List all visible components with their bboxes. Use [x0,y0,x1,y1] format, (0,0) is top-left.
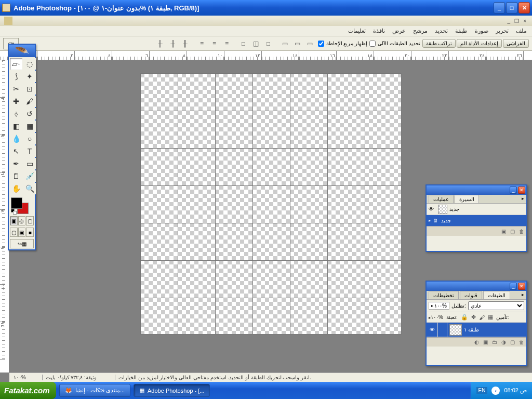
trash-icon[interactable]: 🗑 [519,339,524,345]
close-button[interactable]: ✕ [518,2,530,14]
trash-icon[interactable]: 🗑 [519,229,524,234]
lock-trans-icon[interactable]: ▦ [488,314,493,321]
menu-file[interactable]: ملف [516,28,527,34]
blur-tool[interactable]: 💧 [10,133,22,144]
jump-imageready[interactable]: ↪▦ [10,239,34,248]
distribute-v-icon[interactable]: ≡ [221,38,233,49]
menu-window[interactable]: نافذة [373,28,385,34]
preset-tab[interactable]: تراكب طبقة [422,39,456,48]
toolbox-header[interactable]: 🪶 [9,45,35,57]
align-icon[interactable]: □ [238,38,249,49]
menu-filter[interactable]: مرشح [413,28,428,34]
foreground-color[interactable] [11,197,22,209]
doc-minimize-icon[interactable]: _ [506,18,512,24]
marquee-tool[interactable]: ◌ [23,58,36,70]
show-bounding-checkbox[interactable]: إظهار مربع الإحاطة [318,41,368,47]
pen-tool[interactable]: ✒ [10,158,22,169]
minimize-button[interactable]: _ [494,2,505,14]
distribute-icon[interactable]: ╫ [180,38,191,49]
blend-mode-select[interactable]: عادي [468,301,524,310]
paths-tab[interactable]: تخطيطات [429,291,459,299]
visibility-icon[interactable]: 👁 [429,206,436,212]
dodge-tool[interactable]: ○ [23,133,36,144]
panel-close-icon[interactable]: ✕ [518,187,525,194]
wand-tool[interactable]: ✦ [23,71,36,82]
panel-menu-icon[interactable]: ▸ [520,195,526,203]
distribute-icon[interactable]: ╫ [155,38,166,49]
new-layer-icon[interactable]: ▢ [510,339,515,345]
color-swatches[interactable] [10,196,34,214]
menu-view[interactable]: عرض [392,28,406,34]
screen-full[interactable]: ■ [26,228,34,237]
fill-value[interactable]: ▸١٠٠% [429,314,443,320]
lock-pixels-icon[interactable]: 🖌 [479,314,485,321]
menu-edit[interactable]: تحرير [496,28,509,34]
history-brush-tool[interactable]: ↺ [23,108,36,119]
history-state[interactable]: ▸ 🗎 جديد [427,215,526,227]
default-colors-icon[interactable] [11,209,16,214]
new-state-icon[interactable]: ▢ [510,229,515,234]
history-tab[interactable]: السيرة [455,195,479,203]
taskbar-photoshop[interactable]: ▦ Adobe Photoshop - [... [134,384,210,397]
gradient-tool[interactable]: ▦ [23,121,36,132]
distribute-v-icon[interactable]: ≡ [209,38,220,49]
path-tool[interactable]: ↖ [10,145,22,157]
zoom-level[interactable]: ١٠٠% [11,375,43,380]
lasso-tool[interactable]: ⟆ [10,71,22,82]
menu-layer[interactable]: طبقة [455,28,468,34]
auto-select-checkbox[interactable]: تحديد الطبقات الآلي [369,41,420,47]
quickmask-mode[interactable]: ◎ [18,216,26,225]
document-info[interactable]: وثيقة: ٧٣٢,٤ كيلو/٠ بايت [43,375,115,380]
slice-tool[interactable]: ⊡ [23,83,36,95]
layer-row[interactable]: 👁 طبقة ١ [427,323,526,337]
menu-image[interactable]: صورة [475,28,488,34]
doc-close-icon[interactable]: × [522,18,528,24]
document-canvas[interactable] [140,73,402,335]
preset-tab[interactable]: الفراشي [503,39,529,48]
panel-menu-icon[interactable]: ▸ [520,291,526,299]
screen-mode[interactable]: ▢ [26,216,34,225]
layer-thumbnail[interactable] [449,324,462,336]
standard-mode[interactable]: ▣ [10,216,18,225]
layer-link[interactable] [438,323,447,337]
panel-minimize-icon[interactable]: _ [510,187,517,194]
screen-full-menu[interactable]: ▣ [18,228,26,237]
panel-close-icon[interactable]: ✕ [518,283,525,290]
screen-std[interactable]: ▢ [10,228,18,237]
layer-visibility-icon[interactable]: 👁 [427,323,438,337]
notes-tool[interactable]: 🗒 [10,170,22,182]
align-v-icon[interactable]: ▭ [280,38,291,49]
new-snapshot-icon[interactable]: ▣ [501,229,506,234]
layer-name[interactable]: طبقة ١ [464,327,479,332]
doc-restore-icon[interactable]: ❐ [513,18,521,24]
align-v-icon[interactable]: ▭ [304,38,316,49]
clock[interactable]: 08:02 ص [504,387,527,394]
heal-tool[interactable]: ✚ [10,96,22,107]
align-v-icon[interactable]: ▭ [292,38,303,49]
brush-tool[interactable]: 🖌 [23,96,36,107]
opacity-value[interactable]: ▸١٠٠% [429,302,449,310]
panel-header[interactable]: _ ✕ [427,282,526,291]
new-set-icon[interactable]: 🗀 [492,339,497,345]
layers-tab[interactable]: الطبقات [483,291,510,299]
menu-select[interactable]: تحديد [435,28,448,34]
layer-mask-icon[interactable]: ▣ [483,339,488,345]
lock-all-icon[interactable]: 🔒 [461,314,468,321]
eraser-tool[interactable]: ◧ [10,121,22,132]
shape-tool[interactable]: ▭ [23,158,36,169]
start-button[interactable]: Fatakat.com [0,382,56,399]
channels-tab[interactable]: قنوات [460,291,482,299]
menu-help[interactable]: تعليمات [348,28,366,34]
history-snapshot[interactable]: 👁 جديد [427,204,526,215]
zoom-tool[interactable]: 🔍 [23,183,36,194]
language-indicator[interactable]: EN [476,387,488,394]
stamp-tool[interactable]: ⎀ [10,108,22,119]
tray-expand-icon[interactable]: ‹ [491,387,500,395]
type-tool[interactable]: T [23,145,36,157]
preset-tab[interactable]: إعدادات الأداة الم [457,39,502,48]
layer-style-icon[interactable]: ◐ [474,339,479,345]
eyedropper-tool[interactable]: 💉 [23,170,36,182]
panel-minimize-icon[interactable]: _ [510,283,517,290]
hand-tool[interactable]: ✋ [10,183,22,194]
maximize-button[interactable]: □ [506,2,517,14]
